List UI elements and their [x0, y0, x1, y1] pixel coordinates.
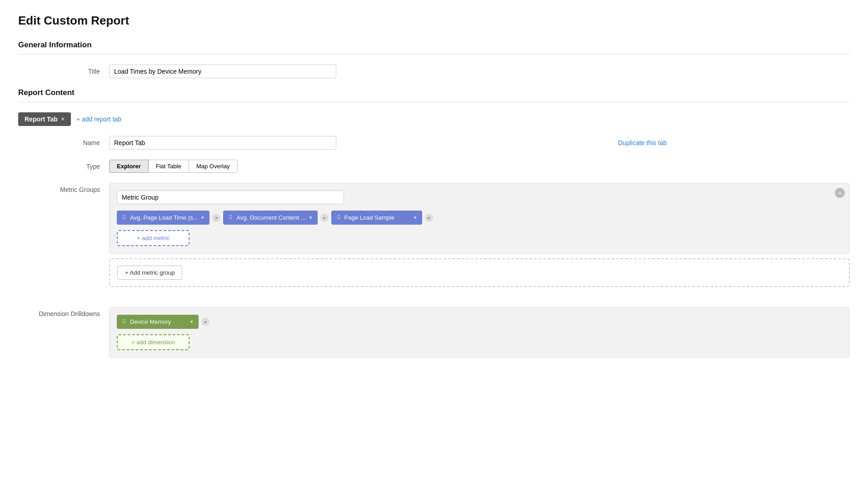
general-info-heading: General Information: [18, 40, 850, 50]
metric-1-arrow-icon: ▾: [201, 215, 204, 221]
add-dimension-button[interactable]: + add dimension: [117, 334, 190, 350]
metric-1-drag-handle[interactable]: ⠿: [122, 215, 126, 221]
tabs-row: Report Tab × + add report tab: [18, 112, 850, 126]
type-explorer-button[interactable]: Explorer: [109, 160, 149, 173]
metric-2-remove-button[interactable]: ×: [320, 214, 329, 222]
dimension-drilldowns-row: Dimension Drilldowns ⠿ Device Memory ▾ ×…: [18, 307, 850, 358]
metric-3-remove-button[interactable]: ×: [425, 214, 433, 222]
tab-close-icon[interactable]: ×: [61, 116, 65, 122]
dim-1-remove-button[interactable]: ×: [201, 318, 210, 326]
dim-1-label: Device Memory: [130, 318, 187, 325]
metric-2-label: Avg. Document Content ...: [236, 214, 305, 221]
group-remove-icon: ×: [838, 190, 842, 196]
metric-3-arrow-icon: ▾: [414, 215, 417, 221]
metric-3-drag-handle[interactable]: ⠿: [337, 215, 341, 221]
metric-group-name-input[interactable]: [117, 191, 344, 204]
title-input[interactable]: [109, 65, 336, 78]
add-metric-button[interactable]: + add metric: [117, 230, 190, 246]
metric-chip-3: ⠿ Page Load Sample ▾: [331, 211, 422, 225]
active-tab[interactable]: Report Tab ×: [18, 112, 71, 126]
dim-1-remove-icon: ×: [204, 319, 207, 325]
type-row: Type Explorer Flat Table Map Overlay: [18, 160, 850, 173]
page-title: Edit Custom Report: [18, 14, 850, 28]
dimension-chip-1: ⠿ Device Memory ▾: [117, 315, 199, 329]
duplicate-tab-link[interactable]: Duplicate this tab: [618, 136, 667, 146]
report-content-divider: [18, 102, 850, 102]
metric-group-box: × ⠿ Avg. Page Load Time (s... ▾ × ⠿: [109, 183, 850, 254]
active-tab-label: Report Tab: [25, 116, 58, 123]
metric-3-remove-icon: ×: [427, 215, 430, 221]
dimension-drilldowns-content: ⠿ Device Memory ▾ × + add dimension: [109, 307, 850, 358]
name-input[interactable]: [109, 136, 336, 150]
type-map-overlay-button[interactable]: Map Overlay: [189, 160, 238, 173]
name-label: Name: [18, 136, 109, 146]
metric-2-remove-icon: ×: [323, 215, 325, 221]
metric-groups-content: × ⠿ Avg. Page Load Time (s... ▾ × ⠿: [109, 183, 850, 297]
metric-groups-label: Metric Groups: [18, 183, 109, 193]
dim-1-drag-handle[interactable]: ⠿: [122, 319, 126, 325]
metric-3-label: Page Load Sample: [344, 214, 410, 221]
dim-1-arrow-icon: ▾: [190, 319, 193, 325]
add-metric-group-box: + Add metric group: [109, 258, 850, 287]
add-tab-link[interactable]: + add report tab: [76, 116, 121, 123]
dimension-chips-row: ⠿ Device Memory ▾ ×: [117, 315, 842, 329]
metric-1-label: Avg. Page Load Time (s...: [130, 214, 198, 221]
add-metric-group-button[interactable]: + Add metric group: [117, 266, 182, 280]
type-buttons-container: Explorer Flat Table Map Overlay: [109, 160, 850, 173]
type-label: Type: [18, 160, 109, 170]
metric-2-arrow-icon: ▾: [309, 215, 312, 221]
metric-1-remove-icon: ×: [215, 215, 218, 221]
metric-2-drag-handle[interactable]: ⠿: [229, 215, 233, 221]
dimension-drilldowns-label: Dimension Drilldowns: [18, 307, 109, 317]
type-flat-table-button[interactable]: Flat Table: [148, 160, 189, 173]
name-row: Name Duplicate this tab: [18, 136, 850, 150]
metric-1-remove-button[interactable]: ×: [212, 214, 220, 222]
metric-group-remove-button[interactable]: ×: [835, 188, 845, 198]
report-content-heading: Report Content: [18, 88, 850, 97]
general-info-divider: [18, 54, 850, 55]
title-row: Title: [18, 65, 850, 78]
title-label: Title: [18, 65, 109, 75]
type-button-group: Explorer Flat Table Map Overlay: [109, 160, 850, 173]
metrics-row: ⠿ Avg. Page Load Time (s... ▾ × ⠿ Avg. D…: [117, 211, 842, 225]
title-field-container: [109, 65, 850, 78]
dimension-box: ⠿ Device Memory ▾ × + add dimension: [109, 307, 850, 358]
name-field-container: Duplicate this tab: [109, 136, 850, 150]
metric-chip-2: ⠿ Avg. Document Content ... ▾: [223, 211, 317, 225]
metric-chip-1: ⠿ Avg. Page Load Time (s... ▾: [117, 211, 210, 225]
metric-groups-row: Metric Groups × ⠿ Avg. Page Load Time (s…: [18, 183, 850, 297]
